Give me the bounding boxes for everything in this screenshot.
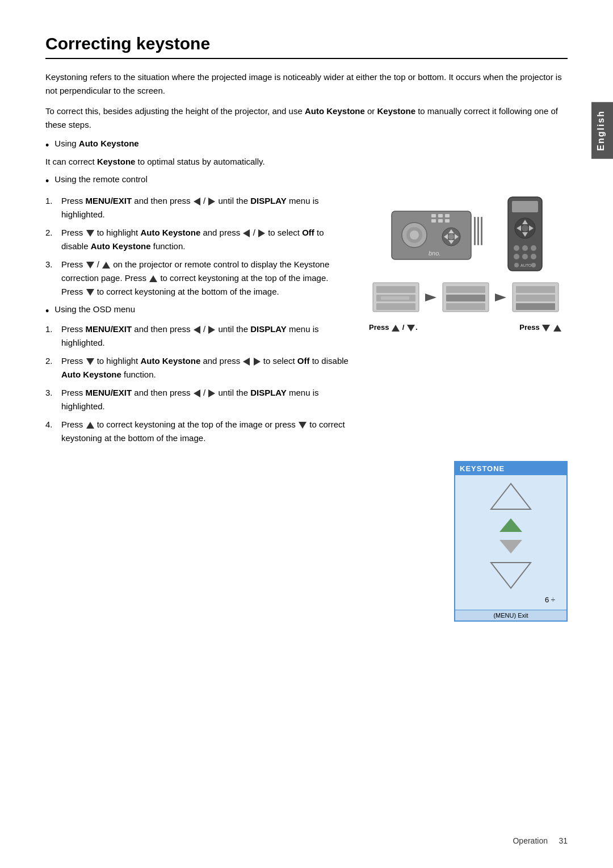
keystone-section: KEYSTONE bbox=[45, 455, 568, 622]
osd-step-1: 1. Press MENU/EXIT and then press / unti… bbox=[45, 322, 352, 350]
svg-point-35 bbox=[531, 263, 536, 267]
remote-steps-list: 1. Press MENU/EXIT and then press / unti… bbox=[45, 194, 352, 299]
svg-point-15 bbox=[448, 234, 454, 240]
press-block-2: Press bbox=[519, 323, 562, 332]
keypad-svg-1 bbox=[372, 282, 420, 313]
remote-step-1: 1. Press MENU/EXIT and then press / unti… bbox=[45, 194, 352, 221]
svg-marker-47 bbox=[495, 293, 506, 301]
svg-point-27 bbox=[522, 225, 528, 232]
left-col: 1. Press MENU/EXIT and then press / unti… bbox=[45, 194, 352, 449]
intro-paragraph-1: Keystoning refers to the situation where… bbox=[45, 70, 568, 98]
svg-rect-38 bbox=[376, 286, 415, 293]
svg-rect-8 bbox=[438, 219, 443, 223]
bullet-dot: • bbox=[45, 139, 49, 153]
svg-rect-51 bbox=[516, 303, 555, 310]
svg-rect-17 bbox=[477, 217, 479, 245]
remote-step-3: 3. Press / on the projector or remote co… bbox=[45, 258, 352, 299]
keystone-left bbox=[45, 455, 431, 622]
svg-marker-52 bbox=[491, 484, 531, 509]
svg-point-29 bbox=[522, 245, 528, 251]
keystone-number: 6 ÷ bbox=[545, 596, 555, 604]
remote-step-2: 2. Press to highlight Auto Keystone and … bbox=[45, 226, 352, 253]
footer-page: 31 bbox=[559, 836, 568, 845]
svg-point-30 bbox=[531, 245, 536, 251]
svg-rect-49 bbox=[516, 286, 555, 293]
auto-keystone-desc: It can correct Keystone to optimal statu… bbox=[45, 155, 568, 169]
svg-rect-44 bbox=[446, 286, 485, 293]
keystone-header: KEYSTONE bbox=[455, 462, 566, 475]
svg-point-28 bbox=[514, 245, 519, 251]
page-container: English Correcting keystone Keystoning r… bbox=[0, 0, 613, 868]
svg-rect-7 bbox=[431, 219, 436, 223]
step-num-3: 3. bbox=[45, 258, 61, 271]
keystone-right: KEYSTONE bbox=[454, 455, 568, 622]
keystone-tri-filled-up bbox=[497, 517, 525, 534]
svg-rect-45 bbox=[446, 295, 485, 301]
svg-rect-6 bbox=[445, 214, 450, 217]
svg-point-34 bbox=[514, 263, 519, 267]
osd-bullet: • Using the OSD menu bbox=[45, 304, 352, 318]
svg-rect-41 bbox=[381, 296, 409, 300]
footer-label: Operation bbox=[513, 836, 547, 845]
press-label-1: Press / . bbox=[369, 323, 418, 332]
osd-step-text-1: Press MENU/EXIT and then press / until t… bbox=[61, 322, 352, 350]
osd-step-2: 2. Press to highlight Auto Keystone and … bbox=[45, 354, 352, 381]
tab-label: English bbox=[596, 110, 606, 151]
projector-diagrams: bno. bbox=[369, 194, 562, 274]
keystone-tri-filled-down bbox=[497, 538, 525, 555]
svg-rect-16 bbox=[474, 217, 476, 245]
svg-marker-55 bbox=[491, 563, 531, 588]
step-num-2: 2. bbox=[45, 226, 61, 240]
step-num-1: 1. bbox=[45, 194, 61, 208]
keypad-row bbox=[369, 282, 562, 313]
remote-control-label: Using the remote control bbox=[54, 174, 147, 184]
step-text-2: Press to highlight Auto Keystone and pre… bbox=[61, 226, 352, 253]
auto-keystone-label: Using Auto Keystone bbox=[54, 139, 138, 148]
press-label-2: Press bbox=[519, 323, 562, 332]
bullet-dot-2: • bbox=[45, 174, 49, 188]
osd-label: Using the OSD menu bbox=[54, 304, 135, 314]
svg-text:bno.: bno. bbox=[429, 250, 440, 257]
keystone-body: 6 ÷ bbox=[455, 475, 566, 610]
svg-marker-54 bbox=[499, 540, 522, 553]
osd-step-num-4: 4. bbox=[45, 418, 61, 431]
svg-point-32 bbox=[522, 254, 528, 259]
svg-point-33 bbox=[531, 254, 536, 259]
svg-point-31 bbox=[514, 254, 519, 259]
remote-svg: AUTO bbox=[505, 194, 545, 274]
svg-rect-46 bbox=[446, 303, 485, 310]
keystone-tri-outline-down bbox=[488, 560, 534, 591]
keypad-svg-2 bbox=[442, 282, 490, 313]
osd-step-num-2: 2. bbox=[45, 354, 61, 368]
english-tab: English bbox=[591, 102, 613, 159]
right-col: bno. bbox=[363, 194, 568, 449]
osd-step-text-2: Press to highlight Auto Keystone and pre… bbox=[61, 354, 352, 381]
svg-text:AUTO: AUTO bbox=[520, 263, 532, 267]
auto-keystone-bullet: • Using Auto Keystone bbox=[45, 139, 568, 153]
osd-step-num-3: 3. bbox=[45, 386, 61, 400]
arrow-right-svg-2 bbox=[492, 289, 509, 306]
osd-step-text-4: Press to correct keystoning at the top o… bbox=[61, 418, 352, 445]
step-text-1: Press MENU/EXIT and then press / until t… bbox=[61, 194, 352, 221]
osd-step-4: 4. Press to correct keystoning at the to… bbox=[45, 418, 352, 445]
keypad-svg-3 bbox=[511, 282, 560, 313]
osd-step-text-3: Press MENU/EXIT and then press / until t… bbox=[61, 386, 352, 413]
projector-svg: bno. bbox=[386, 194, 499, 274]
svg-marker-42 bbox=[425, 293, 436, 301]
two-col-layout: 1. Press MENU/EXIT and then press / unti… bbox=[45, 194, 568, 449]
page-title: Correcting keystone bbox=[45, 34, 568, 59]
remote-control-bullet: • Using the remote control bbox=[45, 174, 568, 188]
press-labels-row: Press / . Press bbox=[369, 323, 562, 332]
svg-rect-40 bbox=[376, 303, 415, 310]
svg-rect-9 bbox=[445, 219, 450, 223]
keystone-box: KEYSTONE bbox=[454, 461, 568, 622]
intro-paragraph-2: To correct this, besides adjusting the h… bbox=[45, 104, 568, 132]
keystone-footer: (MENU) Exit bbox=[455, 610, 566, 620]
svg-rect-4 bbox=[431, 214, 436, 217]
svg-rect-21 bbox=[512, 201, 538, 212]
bullet-dot-3: • bbox=[45, 304, 49, 318]
svg-rect-18 bbox=[481, 217, 482, 245]
svg-point-3 bbox=[410, 230, 419, 240]
osd-step-3: 3. Press MENU/EXIT and then press / unti… bbox=[45, 386, 352, 413]
press-block-1: Press / . bbox=[369, 323, 418, 332]
